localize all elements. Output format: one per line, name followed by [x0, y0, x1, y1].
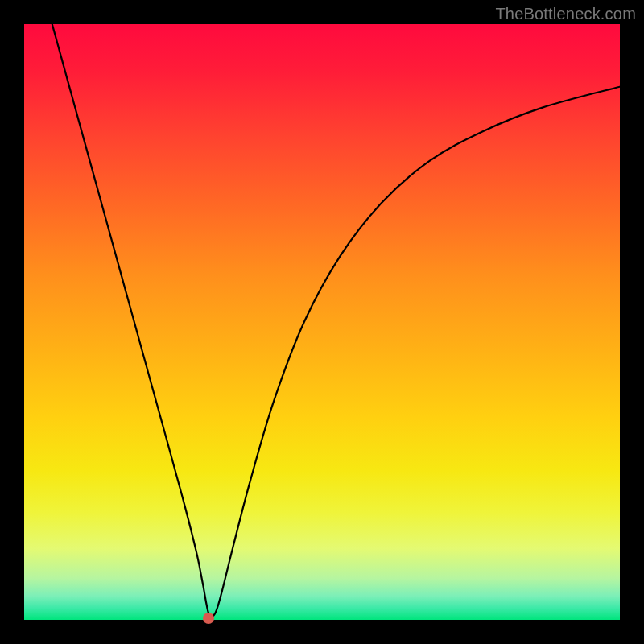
- plot-area: [24, 24, 620, 620]
- chart-frame: TheBottleneck.com: [0, 0, 644, 644]
- minimum-dot: [203, 613, 214, 624]
- credit-label: TheBottleneck.com: [495, 5, 636, 23]
- bottleneck-curve: [52, 24, 620, 617]
- curve-svg: [24, 24, 620, 620]
